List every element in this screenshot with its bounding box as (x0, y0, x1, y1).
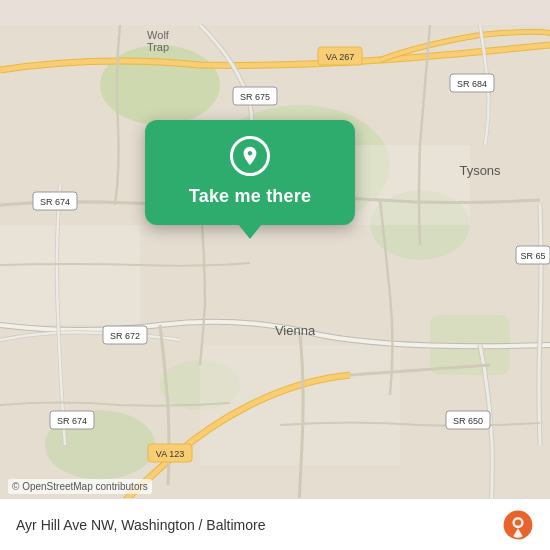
navigation-popup[interactable]: Take me there (145, 120, 355, 225)
svg-rect-8 (200, 345, 400, 465)
svg-text:SR 684: SR 684 (457, 79, 487, 89)
pin-icon-circle (230, 136, 270, 176)
svg-text:Tysons: Tysons (459, 163, 501, 178)
svg-point-34 (515, 519, 521, 525)
svg-text:Wolf: Wolf (147, 29, 170, 41)
svg-text:Trap: Trap (147, 41, 169, 53)
bottom-bar: Ayr Hill Ave NW, Washington / Baltimore (0, 498, 550, 550)
svg-text:VA 123: VA 123 (156, 449, 184, 459)
moovit-icon (502, 509, 534, 541)
svg-text:Vienna: Vienna (275, 323, 316, 338)
svg-text:SR 650: SR 650 (453, 416, 483, 426)
location-label: Ayr Hill Ave NW, Washington / Baltimore (16, 517, 502, 533)
svg-text:SR 672: SR 672 (110, 331, 140, 341)
svg-text:SR 675: SR 675 (240, 92, 270, 102)
take-me-there-button[interactable]: Take me there (189, 186, 311, 207)
map-container: SR 675 SR 674 SR 684 VA 267 SR 672 SR 67… (0, 0, 550, 550)
svg-text:VA 267: VA 267 (326, 52, 354, 62)
map-attribution: © OpenStreetMap contributors (8, 479, 152, 494)
svg-rect-7 (0, 225, 140, 325)
moovit-logo (502, 509, 534, 541)
map-background: SR 675 SR 674 SR 684 VA 267 SR 672 SR 67… (0, 0, 550, 550)
svg-text:SR 674: SR 674 (57, 416, 87, 426)
svg-rect-9 (350, 145, 470, 225)
attribution-text: © OpenStreetMap contributors (12, 481, 148, 492)
svg-text:SR 674: SR 674 (40, 197, 70, 207)
svg-text:SR 65: SR 65 (520, 251, 545, 261)
